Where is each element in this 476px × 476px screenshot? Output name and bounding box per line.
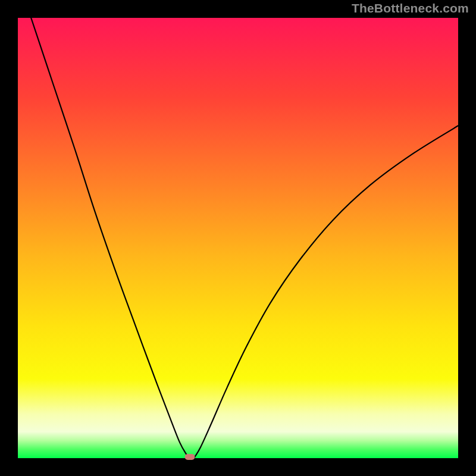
optimum-marker xyxy=(184,454,195,460)
chart-frame: TheBottleneck.com xyxy=(0,0,476,476)
curve-left-branch xyxy=(31,18,189,458)
watermark-label: TheBottleneck.com xyxy=(352,1,469,15)
plot-area xyxy=(18,18,458,458)
curve-right-branch xyxy=(194,126,458,458)
bottleneck-curve xyxy=(18,18,458,458)
